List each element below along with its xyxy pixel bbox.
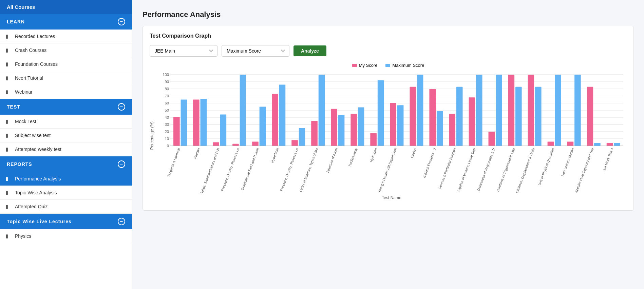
svg-text:Solutions of Trigonometric Equ: Solutions of Trigonometric Equ: [496, 148, 515, 192]
svg-text:Young's Double Slit Experiment: Young's Double Slit Experiment: [377, 148, 397, 193]
sidebar-item-mock-test[interactable]: ▮ Mock Test: [0, 115, 132, 129]
sidebar-item-crash-courses[interactable]: ▮ Crash Courses: [0, 43, 132, 57]
test-items-container: ▮ Mock Test ▮ Subject wise test ▮ Attemp…: [0, 115, 132, 156]
file-icon: ▮: [5, 89, 12, 95]
file-icon: ▮: [5, 118, 12, 124]
sidebar-section-reports[interactable]: REPORTS −: [0, 156, 132, 172]
svg-text:90: 90: [165, 80, 169, 84]
file-icon: ▮: [5, 61, 12, 67]
svg-rect-83: [574, 75, 581, 146]
chart-area: 0102030405060708090100Tangents & Normals…: [156, 71, 627, 200]
sidebar-item-label: Attempted weekly test: [15, 147, 61, 152]
chart-controls: JEE Main JEE Advanced NEET Maximum Score…: [150, 45, 627, 57]
sidebar-item-label: Topic-Wise Analysis: [15, 190, 57, 195]
max-score-legend-label: Maximum Score: [392, 63, 424, 68]
svg-rect-74: [515, 87, 522, 146]
sidebar-item-foundation-courses[interactable]: ▮ Foundation Courses: [0, 57, 132, 71]
sidebar-item-recorded-lectures[interactable]: ▮ Recorded Lectures: [0, 30, 132, 43]
svg-text:d-Block Elements - 2: d-Block Elements - 2: [422, 148, 437, 178]
svg-rect-43: [311, 121, 318, 146]
chart-svg-container: 0102030405060708090100Tangents & Normals…: [156, 71, 627, 193]
svg-rect-52: [370, 133, 377, 146]
svg-text:Pressure, Density, Pascal's La: Pressure, Density, Pascal's La: [279, 148, 299, 192]
svg-rect-80: [555, 75, 561, 146]
svg-text:Structure of Atom: Structure of Atom: [326, 148, 339, 173]
chart-icon: ▮: [5, 176, 12, 182]
sidebar-item-subject-wise-test[interactable]: ▮ Subject wise test: [0, 129, 132, 142]
svg-rect-59: [417, 75, 423, 146]
svg-rect-68: [476, 75, 482, 146]
svg-rect-70: [489, 132, 495, 146]
svg-rect-31: [232, 144, 239, 146]
sidebar-item-ncert-tutorial[interactable]: ▮ Ncert Tutorial: [0, 71, 132, 85]
svg-rect-55: [390, 103, 396, 146]
svg-rect-34: [252, 141, 259, 146]
sidebar-item-label: Webinar: [15, 89, 33, 95]
svg-text:10: 10: [165, 137, 169, 141]
svg-rect-79: [548, 141, 554, 146]
svg-rect-77: [535, 87, 542, 146]
svg-text:Order of Matrices, Types of Ma: Order of Matrices, Types of Ma: [299, 148, 319, 193]
sidebar-item-topic-wise-analysis[interactable]: ▮ Topic-Wise Analysis: [0, 186, 132, 200]
svg-text:Tangents & Normals: Tangents & Normals: [167, 148, 181, 177]
sidebar-section-test[interactable]: TEST −: [0, 99, 132, 115]
svg-rect-88: [607, 143, 613, 146]
svg-rect-73: [508, 75, 515, 146]
svg-rect-65: [456, 87, 463, 146]
chart-card: Test Comparison Graph JEE Main JEE Advan…: [143, 26, 634, 211]
svg-rect-47: [338, 115, 345, 146]
sidebar-item-performance-analysis[interactable]: ▮ Performance Analysis: [0, 172, 132, 186]
svg-rect-58: [410, 87, 416, 146]
file-icon: ▮: [5, 47, 12, 53]
svg-rect-25: [193, 100, 200, 146]
sidebar-item-webinar[interactable]: ▮ Webinar: [0, 85, 132, 99]
sidebar-item-label: Recorded Lectures: [15, 34, 55, 39]
svg-rect-41: [299, 128, 305, 146]
score-type-select[interactable]: Maximum Score Average Score Minimum Scor…: [222, 45, 289, 57]
svg-rect-40: [291, 140, 298, 146]
svg-text:70: 70: [165, 94, 169, 98]
svg-text:Hydrogen: Hydrogen: [369, 148, 378, 162]
svg-rect-46: [331, 109, 337, 146]
analyze-button[interactable]: Analyze: [293, 45, 326, 56]
sidebar-item-label: Physics: [15, 233, 31, 239]
svg-text:Gravitational Field and Potent: Gravitational Field and Potent: [240, 148, 260, 191]
svg-rect-71: [496, 75, 502, 146]
legend-max-score: Maximum Score: [385, 63, 424, 68]
svg-rect-23: [181, 100, 187, 146]
svg-rect-22: [173, 117, 180, 146]
svg-text:Circles: Circles: [410, 148, 417, 158]
svg-rect-44: [319, 75, 325, 146]
svg-rect-56: [397, 105, 404, 146]
svg-text:Jee Mock Test 3: Jee Mock Test 3: [602, 148, 614, 172]
sidebar-item-physics[interactable]: ▮ Physics: [0, 229, 132, 243]
svg-text:Pressure, Density, Pascal's La: Pressure, Density, Pascal's La: [220, 148, 240, 192]
svg-rect-49: [351, 114, 357, 146]
learn-label: LEARN: [7, 19, 25, 24]
svg-rect-50: [358, 108, 364, 146]
test-label: TEST: [7, 104, 20, 110]
chart-title: Test Comparison Graph: [150, 33, 627, 39]
svg-rect-62: [437, 111, 443, 146]
svg-text:Solids, Semiconductors and P-N: Solids, Semiconductors and P-N: [200, 148, 220, 193]
svg-text:Distance, Displacement & Unifo: Distance, Displacement & Unifo: [515, 148, 535, 193]
sidebar-all-courses[interactable]: All Courses: [0, 0, 132, 14]
sidebar-item-label: Subject wise test: [15, 133, 51, 138]
reports-toggle-icon: −: [118, 160, 125, 168]
sidebar-section-learn[interactable]: LEARN −: [0, 14, 132, 30]
test-toggle-icon: −: [118, 103, 125, 111]
svg-rect-35: [260, 107, 266, 146]
sidebar-item-label: Mock Test: [15, 119, 36, 124]
svg-text:Specific Heat Capacity and The: Specific Heat Capacity and The: [574, 148, 594, 193]
bar-chart-svg: 0102030405060708090100Tangents & Normals…: [156, 71, 627, 193]
svg-rect-86: [594, 143, 601, 146]
my-score-legend-label: My Score: [359, 63, 378, 68]
exam-type-select[interactable]: JEE Main JEE Advanced NEET: [150, 45, 217, 57]
sidebar-item-attempted-weekly-test[interactable]: ▮ Attempted weekly test: [0, 142, 132, 156]
sidebar-section-topic-live[interactable]: Topic Wise Live Lectures −: [0, 214, 132, 229]
sidebar-item-attempted-quiz[interactable]: ▮ Attempted Quiz: [0, 200, 132, 214]
sidebar-item-label: Crash Courses: [15, 47, 46, 53]
svg-text:20: 20: [165, 130, 169, 134]
file-icon: ▮: [5, 75, 12, 81]
max-score-legend-color: [385, 64, 390, 67]
